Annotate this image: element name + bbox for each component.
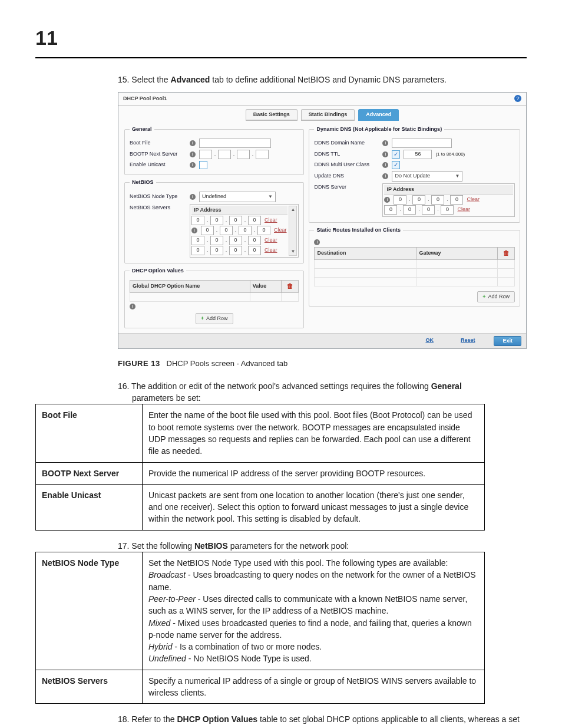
dhcp-options-table-wrap: Global DHCP Option NameValue🗑 (130, 280, 299, 302)
lbl-boot-file: Boot File (130, 139, 186, 147)
table-row[interactable] (315, 259, 515, 268)
trash-icon[interactable]: 🗑 (287, 282, 293, 289)
clear-link[interactable]: Clear (457, 206, 470, 213)
col-delete: 🗑 (282, 280, 299, 292)
node-d1: Set the NetBIOS Node Type used with this… (148, 558, 448, 568)
help-icon[interactable]: ? (514, 95, 521, 102)
table-row[interactable] (315, 268, 515, 277)
ip-input[interactable]: 0.0.0.0 (384, 205, 454, 215)
tab-strip: Basic Settings Static Bindings Advanced (118, 109, 526, 121)
ddns-domain-input[interactable] (392, 139, 452, 148)
cell-bootp-h: BOOTP Next Server (36, 462, 143, 484)
tab-advanced[interactable]: Advanced (358, 109, 399, 121)
add-row-label: Add Row (488, 293, 510, 301)
table-row: NetBIOS ServersSpecify a numerical IP ad… (36, 670, 485, 704)
ip-input[interactable]: 0.0.0.0 (191, 246, 261, 255)
info-icon[interactable]: i (190, 162, 196, 168)
info-icon[interactable]: i (190, 194, 196, 200)
lbl-ddns-ttl: DDNS TTL (314, 150, 379, 158)
step-list: 15. Select the Advanced tab to define ad… (118, 74, 527, 728)
ttl-range: (1 to 864,000) (435, 151, 465, 158)
ddns-fieldset: Dynamic DNS (Not Applicable for Static B… (309, 126, 520, 223)
exit-button[interactable]: Exit (494, 336, 521, 346)
info-icon[interactable]: i (382, 162, 388, 168)
step-16-a: The addition or edit of the network pool… (131, 381, 431, 391)
node-m-t: - Mixed uses broadcasted queries to find… (148, 618, 472, 640)
multi-checkbox[interactable]: ✓ (392, 161, 400, 169)
step-17-a: Set the following (131, 541, 194, 551)
scrollbar[interactable]: ▲▼ (289, 206, 297, 256)
ip-input[interactable]: 0.0.0.0 (191, 216, 261, 225)
add-row-wrap: +Add Row (130, 313, 299, 324)
left-column: General Boot File i BOOTP Next Server i (124, 126, 304, 328)
netbios-fieldset: NetBIOS NetBIOS Node Type i Undefined▼ N… (124, 179, 304, 263)
figure-caption: FIGURE 13 DHCP Pools screen - Advanced t… (118, 358, 527, 370)
netbios-params-table: NetBIOS Node Type Set the NetBIOS Node T… (35, 552, 485, 704)
info-icon[interactable]: i (190, 140, 196, 146)
table-row[interactable] (315, 277, 515, 286)
boot-file-input[interactable] (199, 139, 271, 148)
node-u-i: Undefined (148, 654, 186, 663)
dhcp-options-legend: DHCP Option Values (130, 267, 186, 275)
lbl-enable-unicast: Enable Unicast (130, 161, 186, 169)
col-destination: Destination (315, 247, 416, 259)
ttl-spinner[interactable]: 56 (404, 150, 432, 159)
static-routes-legend: Static Routes Installed on Clients (314, 226, 403, 234)
clear-link[interactable]: Clear (265, 236, 277, 244)
info-icon[interactable]: i (190, 151, 196, 157)
row-info: i (130, 304, 299, 309)
shot-title: DHCP Pool Pool1 (123, 95, 167, 103)
add-row-label: Add Row (206, 315, 228, 322)
netbios-legend: NetBIOS (130, 179, 156, 186)
clear-link[interactable]: Clear (265, 216, 277, 224)
ip-input[interactable]: 0.0.0.0 (191, 236, 261, 245)
dhcp-options-table: Global DHCP Option NameValue🗑 (130, 280, 299, 302)
info-icon[interactable]: i (130, 304, 135, 309)
cell-boot-file-h: Boot File (36, 404, 143, 462)
clear-link[interactable]: Clear (467, 196, 480, 203)
lbl-netbios-servers: NetBIOS Servers (130, 204, 186, 212)
info-icon[interactable]: i (382, 173, 388, 179)
reset-button[interactable]: Reset (452, 336, 484, 346)
row-update-dns: Update DNSiDo Not Update▼ (314, 171, 515, 182)
update-dns-select[interactable]: Do Not Update▼ (392, 171, 462, 182)
ip-input[interactable]: 0.0.0.0 (394, 195, 463, 205)
node-type-select[interactable]: Undefined▼ (199, 192, 276, 202)
clear-link[interactable]: Clear (265, 246, 277, 254)
trash-icon[interactable]: 🗑 (503, 249, 510, 256)
shot-footer: OK Reset Exit (118, 333, 526, 348)
static-routes-fieldset: Static Routes Installed on Clients i Des… (309, 226, 520, 307)
add-row-wrap: +Add Row (314, 291, 515, 302)
table-row[interactable] (130, 292, 299, 301)
ok-button[interactable]: OK (417, 336, 442, 346)
node-p-t: - Uses directed calls to communicate wit… (148, 594, 467, 615)
step-18-a: Refer to the (131, 714, 177, 724)
step-15: 15. Select the Advanced tab to define ad… (118, 74, 527, 369)
add-row-button[interactable]: +Add Row (477, 291, 515, 302)
right-column: Dynamic DNS (Not Applicable for Static B… (309, 126, 520, 328)
cell-node-d: Set the NetBIOS Node Type used with this… (143, 552, 485, 670)
ttl-checkbox[interactable]: ✓ (392, 150, 400, 159)
info-icon[interactable]: i (384, 197, 390, 203)
info-row: i (314, 239, 515, 245)
tab-basic-settings[interactable]: Basic Settings (246, 109, 297, 121)
info-icon[interactable]: i (191, 228, 197, 233)
bootp-ip-input[interactable]: ... (199, 150, 269, 159)
node-type-value: Undefined (202, 193, 226, 200)
info-icon[interactable]: i (382, 151, 388, 157)
ip-row: i0.0.0.0Clear (384, 195, 513, 205)
info-icon[interactable]: i (314, 239, 320, 245)
add-row-button[interactable]: +Add Row (196, 313, 233, 324)
enable-unicast-checkbox[interactable]: ✓ (199, 161, 207, 169)
col-option-name: Global DHCP Option Name (130, 280, 250, 292)
info-icon[interactable]: i (382, 140, 388, 146)
tab-static-bindings[interactable]: Static Bindings (301, 109, 355, 121)
step-15-num: 15. (118, 75, 131, 84)
node-b-i: Broadcast (148, 570, 186, 579)
shot-title-muted: Pool1 (153, 95, 167, 101)
table-row: Boot FileEnter the name of the boot file… (36, 404, 485, 462)
clear-link[interactable]: Clear (274, 226, 287, 234)
ip-input[interactable]: 0.0.0.0 (201, 226, 270, 235)
ip-row: 0.0.0.0Clear (384, 205, 513, 215)
ip-row: 0.0.0.0Clear (191, 236, 287, 245)
